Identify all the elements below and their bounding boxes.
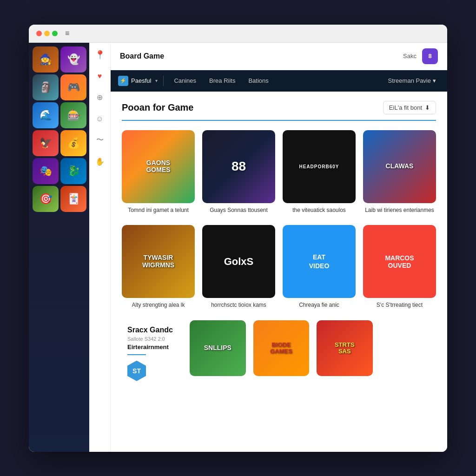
hand-icon[interactable]: ✋ (93, 155, 106, 168)
page-header-row: Pooan for Game EiL'a fit bont ⬇ (122, 101, 436, 121)
brand-icon: ⚡ (118, 76, 128, 86)
brand-chevron: ▾ (155, 78, 158, 83)
nav-bar: ⚡ Paesful ▾ Canines Brea Riits Bations S… (111, 70, 447, 92)
game-icon-5[interactable]: 🌊 (33, 102, 59, 128)
brand-text: Paesful (131, 77, 151, 84)
avatar-button[interactable]: 8 (422, 48, 438, 64)
header-link[interactable]: Sakc (403, 53, 416, 60)
content-area[interactable]: Pooan for Game EiL'a fit bont ⬇ GAONSGOM… (111, 92, 447, 452)
game-thumb-4: CLAWAS (363, 130, 436, 203)
minimize-button[interactable] (44, 31, 50, 36)
game-name-1: Tomnd ini gamet a telunt (122, 207, 195, 214)
heart-icon[interactable]: ♥ (93, 70, 106, 83)
top-header: Board Game Sakc 8 (111, 43, 447, 70)
game-name-4: Laib wi tirienes enterianmes (363, 207, 436, 214)
game-icon-7[interactable]: 🦅 (33, 130, 59, 156)
gamepad-icon[interactable]: ⊕ (93, 91, 106, 104)
game-thumb-2: 88 (202, 130, 275, 203)
maximize-button[interactable] (52, 31, 58, 36)
bottom-section-row: Sracx Gandc Sallote S342 2:0 Eirterairnm… (122, 320, 436, 387)
eat-video-text: EATVIDEO (309, 253, 330, 270)
game-icon-12[interactable]: 🃏 (60, 186, 86, 212)
game-card-4[interactable]: CLAWAS Laib wi tirienes enterianmes (363, 130, 436, 214)
game-name-8: S'c S'trreating tiect (363, 302, 436, 309)
game-thumb-6: GolxS (202, 225, 275, 298)
game-thumb-3: HEADPORB60Y (283, 130, 356, 203)
game-icon-11[interactable]: 🎯 (33, 186, 59, 212)
game-icon-2[interactable]: 👻 (60, 46, 86, 73)
bottom-underline (127, 354, 146, 355)
game-icon-4[interactable]: 🎮 (60, 74, 86, 100)
nav-brand[interactable]: ⚡ Paesful ▾ (118, 76, 164, 86)
hex-icon[interactable]: ST (127, 361, 146, 381)
nav-item-canines[interactable]: Canines (167, 70, 203, 92)
game-icon-1[interactable]: 🧙 (33, 46, 59, 73)
left-sidebar: 🧙 👻 🗿 🎮 🌊 🎰 🦅 💰 🎭 🐉 🎯 🃏 (29, 43, 89, 452)
game-icon-10[interactable]: 🐉 (60, 158, 86, 184)
marcos-text: MARCOSOUVED (385, 254, 414, 269)
game-thumb-9: SNLLIPS (190, 320, 246, 377)
game-thumb-text-9: SNLLIPS (201, 342, 234, 354)
browser-window: ≡ 🧙 👻 🗿 🎮 🌊 🎰 🦅 💰 🎭 🐉 🎯 🃏 📍 ♥ (29, 25, 447, 452)
page-title: Pooan for Game (122, 102, 193, 113)
game-thumb-11: STRTSSAS (317, 320, 373, 377)
game-icon-6[interactable]: 🎰 (60, 102, 86, 128)
game-thumb-text-1: GAONSGOMES (143, 157, 173, 177)
bottom-panel-sub: Sallote S342 2:0 (127, 336, 177, 342)
icon-sidebar: 📍 ♥ ⊕ ☺ 〜 ✋ (89, 43, 111, 452)
golxs-text: GolxS (224, 256, 254, 268)
game-thumb-text-5: TYWASIRWIGRMNS (139, 251, 177, 271)
close-button[interactable] (36, 31, 42, 36)
game-icon-3[interactable]: 🗿 (33, 74, 59, 100)
browser-menu-icon: ≡ (65, 29, 69, 38)
game-thumb-text-10: BIODEGAMES (267, 339, 295, 358)
game-icon-8[interactable]: 💰 (60, 130, 86, 156)
game-thumb-7: EATVIDEO (283, 225, 356, 298)
game-card-6[interactable]: GolxS horrchsctc tioiox kams (202, 225, 275, 309)
nav-item-bations[interactable]: Bations (242, 70, 275, 92)
game-card-8[interactable]: MARCOSOUVED S'c S'trreating tiect (363, 225, 436, 309)
game-icon-grid: 🧙 👻 🗿 🎮 🌊 🎰 🦅 💰 🎭 🐉 🎯 🃏 (33, 46, 86, 212)
game-thumb-text-3: HEADPORB60Y (296, 161, 342, 172)
game-thumb-text-2: 88 (229, 157, 249, 177)
game-card-7[interactable]: EATVIDEO Chreaya fie anic (283, 225, 356, 309)
game-thumb-text-11: STRTSSAS (332, 339, 357, 358)
game-name-7: Chreaya fie anic (283, 302, 356, 309)
game-card-5[interactable]: TYWASIRWIGRMNS Alty strengting alea lk (122, 225, 195, 309)
nav-right-item[interactable]: Streeman Pavie ▾ (384, 77, 440, 84)
browser-titlebar: ≡ (29, 25, 447, 43)
game-card-1[interactable]: GAONSGOMES Tomnd ini gamet a telunt (122, 130, 195, 214)
game-thumb-5: TYWASIRWIGRMNS (122, 225, 195, 298)
bottom-panel-label: Eirterairnment (127, 344, 177, 350)
game-icon-9[interactable]: 🎭 (33, 158, 59, 184)
game-thumb-8: MARCOSOUVED (363, 225, 436, 298)
filter-arrow-icon: ⬇ (425, 104, 430, 111)
filter-button[interactable]: EiL'a fit bont ⬇ (383, 101, 436, 114)
games-grid-row2: TYWASIRWIGRMNS Alty strengting alea lk G… (122, 225, 436, 309)
game-name-3: the viteuatick saoulos (283, 207, 356, 214)
logo-icon[interactable]: 📍 (93, 48, 106, 61)
game-name-5: Alty strengting alea lk (122, 302, 195, 309)
header-right: Sakc 8 (403, 48, 438, 64)
game-card-10[interactable]: BIODEGAMES (253, 320, 310, 387)
game-thumb-text-4: CLAWAS (383, 160, 416, 172)
app-layout: 🧙 👻 🗿 🎮 🌊 🎰 🦅 💰 🎭 🐉 🎯 🃏 📍 ♥ ⊕ ☺ 〜 ✋ (29, 43, 447, 452)
game-name-2: Guays Sonnas ttousent (202, 207, 275, 214)
wave-icon[interactable]: 〜 (93, 134, 106, 147)
face-icon[interactable]: ☺ (93, 112, 106, 126)
traffic-lights (36, 31, 58, 36)
game-card-3[interactable]: HEADPORB60Y the viteuatick saoulos (283, 130, 356, 214)
app-title: Board Game (120, 52, 397, 60)
game-card-9[interactable]: SNLLIPS (190, 320, 246, 387)
game-card-11[interactable]: STRTSSAS (317, 320, 373, 387)
nav-item-brea[interactable]: Brea Riits (203, 70, 242, 92)
nav-right-chevron: ▾ (433, 77, 436, 84)
nav-right-label: Streeman Pavie (388, 77, 431, 84)
game-name-6: horrchsctc tioiox kams (202, 302, 275, 309)
game-thumb-1: GAONSGOMES (122, 130, 195, 203)
game-card-2[interactable]: 88 Guays Sonnas ttousent (202, 130, 275, 214)
bottom-panel-title: Sracx Gandc (127, 326, 177, 334)
game-thumb-10: BIODEGAMES (253, 320, 310, 377)
games-grid-row1: GAONSGOMES Tomnd ini gamet a telunt 88 G… (122, 130, 436, 214)
main-content: Board Game Sakc 8 ⚡ Paesful ▾ Canines Br… (111, 43, 447, 452)
